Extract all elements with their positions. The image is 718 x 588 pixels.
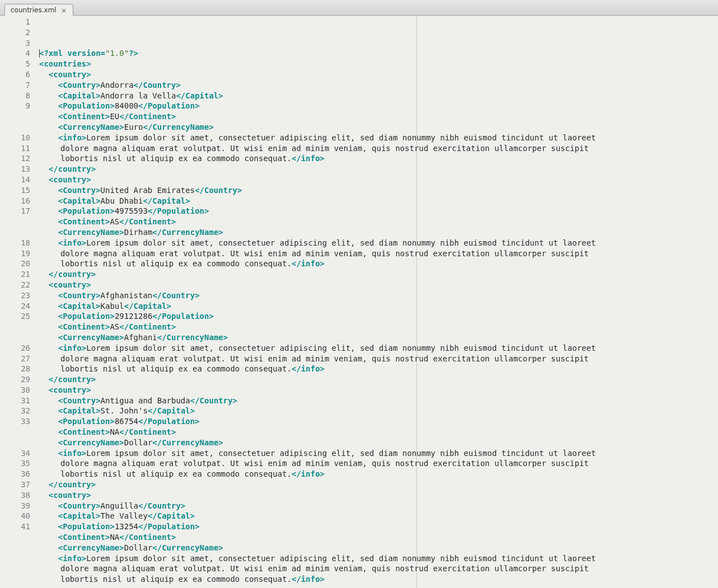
line-number: 35 xyxy=(11,458,30,469)
line-number xyxy=(11,111,30,122)
code-line: dolore magna aliquam erat volutpat. Ut w… xyxy=(39,458,718,469)
line-number: 37 xyxy=(11,479,30,490)
line-number: 11 xyxy=(11,143,30,154)
line-number: 24 xyxy=(11,301,30,312)
code-line: <Country>United Arab Emirates</Country> xyxy=(39,185,718,196)
code-line: lobortis nisl ut aliquip ex ea commodo c… xyxy=(39,574,718,585)
code-line: lobortis nisl ut aliquip ex ea commodo c… xyxy=(39,469,718,479)
line-number: 33 xyxy=(11,416,30,427)
code-line: <country> xyxy=(39,175,718,185)
line-number: 9 xyxy=(11,101,30,111)
line-number: 25 xyxy=(11,311,30,322)
code-line: <Population>86754</Population> xyxy=(39,416,718,427)
code-line: lobortis nisl ut aliquip ex ea commodo c… xyxy=(39,364,718,374)
code-line: <Capital>Andorra la Vella</Capital> xyxy=(39,91,718,101)
code-line: dolore magna aliquam erat volutpat. Ut w… xyxy=(39,143,718,154)
code-line: <CurrencyName>Afghani</CurrencyName> xyxy=(39,332,718,343)
code-line: <Country>Andorra</Country> xyxy=(39,80,718,91)
line-number: 29 xyxy=(11,374,30,385)
line-number: 28 xyxy=(11,364,30,374)
line-number: 3 xyxy=(11,38,30,49)
line-number: 31 xyxy=(11,396,30,406)
code-line: </country> xyxy=(39,164,718,175)
line-number xyxy=(11,543,30,553)
code-line: <info>Lorem ipsum dolor sit amet, consec… xyxy=(39,343,718,354)
code-line: <Country>Anguilla</Country> xyxy=(39,501,718,511)
line-number: 27 xyxy=(11,354,30,364)
line-number: 26 xyxy=(11,343,30,354)
line-number xyxy=(11,553,30,564)
code-line: <Continent>NA</Continent> xyxy=(39,532,718,543)
code-line: dolore magna aliquam erat volutpat. Ut w… xyxy=(39,354,718,364)
line-number: 12 xyxy=(11,153,30,164)
line-number xyxy=(11,532,30,543)
code-line: <country> xyxy=(39,385,718,396)
code-line: <info>Lorem ipsum dolor sit amet, consec… xyxy=(39,448,718,459)
line-number xyxy=(11,122,30,133)
line-number xyxy=(11,438,30,448)
code-line: <?xml version="1.0"?> xyxy=(39,48,718,59)
code-line: </country> xyxy=(39,479,718,490)
code-line: <Capital>St. John's</Capital> xyxy=(39,406,718,416)
code-line: <Continent>NA</Continent> xyxy=(39,427,718,438)
close-icon[interactable]: × xyxy=(60,7,68,14)
line-number: 16 xyxy=(11,196,30,206)
code-line: <Population>84000</Population> xyxy=(39,101,718,111)
line-number: 14 xyxy=(11,175,30,185)
line-number: 34 xyxy=(11,448,30,459)
code-line: <Continent>EU</Continent> xyxy=(39,111,718,122)
code-line: <info>Lorem ipsum dolor sit amet, consec… xyxy=(39,133,718,143)
line-number: 32 xyxy=(11,406,30,416)
line-number: 19 xyxy=(11,248,30,259)
line-number: 7 xyxy=(11,80,30,91)
code-line: <Continent>AS</Continent> xyxy=(39,217,718,227)
code-line: <country> xyxy=(39,280,718,290)
line-number: 36 xyxy=(11,469,30,479)
line-number-gutter: 1234567891011121314151617181920212223242… xyxy=(0,16,36,588)
line-number: 40 xyxy=(11,511,30,521)
code-line: <info>Lorem ipsum dolor sit amet, consec… xyxy=(39,553,718,564)
code-line: <Country>Antigua and Barbuda</Country> xyxy=(39,396,718,406)
code-line: <info>Lorem ipsum dolor sit amet, consec… xyxy=(39,238,718,248)
code-line: <Population>13254</Population> xyxy=(39,521,718,532)
line-number: 30 xyxy=(11,385,30,396)
line-number: 6 xyxy=(11,69,30,80)
code-line: <CurrencyName>Euro</CurrencyName> xyxy=(39,122,718,133)
line-number: 22 xyxy=(11,280,30,290)
code-line: </country> xyxy=(39,374,718,385)
line-number: 18 xyxy=(11,238,30,248)
code-area[interactable]: <?xml version="1.0"?><countries> <countr… xyxy=(36,16,718,588)
code-line: </country> xyxy=(39,269,718,280)
line-number xyxy=(11,322,30,332)
code-line: <Capital>The Valley</Capital> xyxy=(39,511,718,521)
code-line: <Capital>Abu Dhabi</Capital> xyxy=(39,196,718,206)
line-number: 15 xyxy=(11,185,30,196)
tab-bar: countries.xml × xyxy=(0,0,718,16)
tab-title: countries.xml xyxy=(11,6,57,14)
code-line: <Continent>AS</Continent> xyxy=(39,322,718,332)
line-number: 1 xyxy=(11,17,30,27)
code-line: <CurrencyName>Dirham</CurrencyName> xyxy=(39,227,718,238)
code-line: <CurrencyName>Dollar</CurrencyName> xyxy=(39,543,718,553)
code-line: lobortis nisl ut aliquip ex ea commodo c… xyxy=(39,153,718,164)
line-number xyxy=(11,227,30,238)
line-number: 4 xyxy=(11,48,30,59)
line-number: 13 xyxy=(11,164,30,175)
code-line: <CurrencyName>Dollar</CurrencyName> xyxy=(39,438,718,448)
code-line: dolore magna aliquam erat volutpat. Ut w… xyxy=(39,563,718,574)
line-number: 8 xyxy=(11,91,30,101)
line-number: 20 xyxy=(11,258,30,269)
line-number: 41 xyxy=(11,521,30,532)
code-line: <country> xyxy=(39,490,718,501)
editor: 1234567891011121314151617181920212223242… xyxy=(0,16,718,588)
code-line: <Capital>Kabul</Capital> xyxy=(39,301,718,312)
line-number: 10 xyxy=(11,133,30,143)
line-number: 5 xyxy=(11,59,30,69)
line-number: 17 xyxy=(11,206,30,217)
line-number xyxy=(11,217,30,227)
line-number xyxy=(11,427,30,438)
line-number: 2 xyxy=(11,27,30,38)
tab-countries-xml[interactable]: countries.xml × xyxy=(4,4,73,16)
line-number: 39 xyxy=(11,501,30,511)
code-line: <Population>29121286</Population> xyxy=(39,311,718,322)
